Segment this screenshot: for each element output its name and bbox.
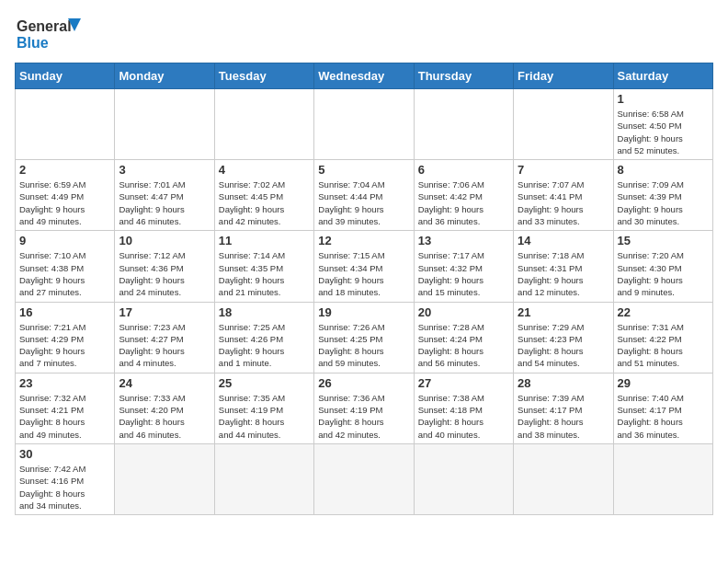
day-number: 26 (318, 376, 409, 390)
calendar-cell (613, 443, 712, 514)
calendar-cell (115, 89, 214, 160)
day-info: Sunrise: 7:20 AM Sunset: 4:30 PM Dayligh… (618, 249, 709, 298)
day-number: 15 (618, 234, 709, 247)
svg-text:Blue: Blue (17, 35, 49, 51)
calendar-week-row: 2Sunrise: 6:59 AM Sunset: 4:49 PM Daylig… (16, 160, 713, 231)
day-info: Sunrise: 7:12 AM Sunset: 4:36 PM Dayligh… (119, 249, 210, 298)
day-info: Sunrise: 7:10 AM Sunset: 4:38 PM Dayligh… (19, 249, 110, 298)
day-info: Sunrise: 7:14 AM Sunset: 4:35 PM Dayligh… (219, 249, 310, 298)
day-info: Sunrise: 7:25 AM Sunset: 4:26 PM Dayligh… (219, 321, 310, 370)
calendar-cell: 17Sunrise: 7:23 AM Sunset: 4:27 PM Dayli… (115, 302, 214, 373)
calendar-cell: 3Sunrise: 7:01 AM Sunset: 4:47 PM Daylig… (115, 160, 214, 231)
day-number: 10 (119, 234, 210, 247)
weekday-header-wednesday: Wednesday (314, 63, 414, 89)
day-info: Sunrise: 7:42 AM Sunset: 4:16 PM Dayligh… (19, 463, 110, 511)
day-info: Sunrise: 7:15 AM Sunset: 4:34 PM Dayligh… (318, 249, 409, 298)
calendar-cell: 27Sunrise: 7:38 AM Sunset: 4:18 PM Dayli… (414, 373, 513, 443)
calendar-week-row: 16Sunrise: 7:21 AM Sunset: 4:29 PM Dayli… (16, 302, 713, 373)
calendar-cell: 21Sunrise: 7:29 AM Sunset: 4:23 PM Dayli… (514, 302, 613, 373)
weekday-header-monday: Monday (115, 63, 214, 89)
svg-text:General: General (17, 18, 72, 34)
day-number: 21 (518, 305, 609, 319)
day-info: Sunrise: 7:01 AM Sunset: 4:47 PM Dayligh… (119, 178, 210, 227)
day-info: Sunrise: 7:35 AM Sunset: 4:19 PM Dayligh… (219, 392, 310, 441)
calendar-cell: 30Sunrise: 7:42 AM Sunset: 4:16 PM Dayli… (16, 443, 115, 514)
calendar-cell (214, 443, 313, 514)
day-number: 5 (318, 163, 409, 177)
calendar-week-row: 1Sunrise: 6:58 AM Sunset: 4:50 PM Daylig… (16, 89, 713, 160)
day-number: 28 (518, 376, 609, 390)
weekday-header-friday: Friday (514, 63, 613, 89)
calendar-cell (16, 89, 115, 160)
day-info: Sunrise: 7:32 AM Sunset: 4:21 PM Dayligh… (19, 392, 110, 441)
calendar-cell: 16Sunrise: 7:21 AM Sunset: 4:29 PM Dayli… (16, 302, 115, 373)
calendar-cell: 18Sunrise: 7:25 AM Sunset: 4:26 PM Dayli… (214, 302, 313, 373)
day-info: Sunrise: 7:18 AM Sunset: 4:31 PM Dayligh… (518, 249, 609, 298)
day-info: Sunrise: 7:04 AM Sunset: 4:44 PM Dayligh… (318, 178, 409, 227)
calendar-cell: 19Sunrise: 7:26 AM Sunset: 4:25 PM Dayli… (314, 302, 414, 373)
calendar-cell: 13Sunrise: 7:17 AM Sunset: 4:32 PM Dayli… (414, 231, 513, 302)
calendar-cell: 1Sunrise: 6:58 AM Sunset: 4:50 PM Daylig… (613, 89, 712, 160)
calendar-cell: 9Sunrise: 7:10 AM Sunset: 4:38 PM Daylig… (16, 231, 115, 302)
day-info: Sunrise: 7:23 AM Sunset: 4:27 PM Dayligh… (119, 321, 210, 370)
calendar-cell: 29Sunrise: 7:40 AM Sunset: 4:17 PM Dayli… (613, 373, 712, 443)
day-info: Sunrise: 6:58 AM Sunset: 4:50 PM Dayligh… (618, 108, 709, 156)
calendar-cell (414, 443, 513, 514)
day-info: Sunrise: 7:31 AM Sunset: 4:22 PM Dayligh… (618, 321, 709, 370)
weekday-header-sunday: Sunday (16, 63, 115, 89)
calendar-cell: 2Sunrise: 6:59 AM Sunset: 4:49 PM Daylig… (16, 160, 115, 231)
calendar-week-row: 30Sunrise: 7:42 AM Sunset: 4:16 PM Dayli… (16, 443, 713, 514)
day-number: 14 (518, 234, 609, 247)
day-number: 18 (219, 305, 310, 319)
calendar-cell (514, 443, 613, 514)
day-number: 3 (119, 163, 210, 177)
calendar-cell (314, 443, 414, 514)
day-number: 20 (418, 305, 509, 319)
calendar-cell: 24Sunrise: 7:33 AM Sunset: 4:20 PM Dayli… (115, 373, 214, 443)
day-number: 22 (618, 305, 709, 319)
calendar-cell (414, 89, 513, 160)
calendar-week-row: 9Sunrise: 7:10 AM Sunset: 4:38 PM Daylig… (16, 231, 713, 302)
day-number: 23 (19, 376, 110, 390)
weekday-header-thursday: Thursday (414, 63, 513, 89)
day-info: Sunrise: 7:09 AM Sunset: 4:39 PM Dayligh… (618, 178, 709, 227)
day-info: Sunrise: 7:28 AM Sunset: 4:24 PM Dayligh… (418, 321, 509, 370)
logo: GeneralBlue (15, 15, 88, 52)
calendar-cell: 6Sunrise: 7:06 AM Sunset: 4:42 PM Daylig… (414, 160, 513, 231)
calendar-cell: 28Sunrise: 7:39 AM Sunset: 4:17 PM Dayli… (514, 373, 613, 443)
day-number: 9 (19, 234, 110, 247)
calendar-cell (514, 89, 613, 160)
day-number: 24 (119, 376, 210, 390)
day-number: 16 (19, 305, 110, 319)
calendar-cell: 4Sunrise: 7:02 AM Sunset: 4:45 PM Daylig… (214, 160, 313, 231)
day-info: Sunrise: 7:36 AM Sunset: 4:19 PM Dayligh… (318, 392, 409, 441)
weekday-header-tuesday: Tuesday (214, 63, 313, 89)
day-number: 25 (219, 376, 310, 390)
calendar-cell: 26Sunrise: 7:36 AM Sunset: 4:19 PM Dayli… (314, 373, 414, 443)
calendar-cell: 7Sunrise: 7:07 AM Sunset: 4:41 PM Daylig… (514, 160, 613, 231)
calendar-cell: 10Sunrise: 7:12 AM Sunset: 4:36 PM Dayli… (115, 231, 214, 302)
logo-icon: GeneralBlue (15, 15, 88, 52)
day-info: Sunrise: 6:59 AM Sunset: 4:49 PM Dayligh… (19, 178, 110, 227)
calendar-cell: 12Sunrise: 7:15 AM Sunset: 4:34 PM Dayli… (314, 231, 414, 302)
calendar-cell: 25Sunrise: 7:35 AM Sunset: 4:19 PM Dayli… (214, 373, 313, 443)
day-number: 11 (219, 234, 310, 247)
day-info: Sunrise: 7:39 AM Sunset: 4:17 PM Dayligh… (518, 392, 609, 441)
day-number: 4 (219, 163, 310, 177)
calendar-cell: 8Sunrise: 7:09 AM Sunset: 4:39 PM Daylig… (613, 160, 712, 231)
day-number: 30 (19, 447, 110, 461)
calendar-week-row: 23Sunrise: 7:32 AM Sunset: 4:21 PM Dayli… (16, 373, 713, 443)
day-info: Sunrise: 7:29 AM Sunset: 4:23 PM Dayligh… (518, 321, 609, 370)
calendar-cell: 20Sunrise: 7:28 AM Sunset: 4:24 PM Dayli… (414, 302, 513, 373)
calendar-cell (314, 89, 414, 160)
calendar-cell: 23Sunrise: 7:32 AM Sunset: 4:21 PM Dayli… (16, 373, 115, 443)
day-number: 12 (318, 234, 409, 247)
day-info: Sunrise: 7:06 AM Sunset: 4:42 PM Dayligh… (418, 178, 509, 227)
day-info: Sunrise: 7:07 AM Sunset: 4:41 PM Dayligh… (518, 178, 609, 227)
weekday-header-saturday: Saturday (613, 63, 712, 89)
calendar-table: SundayMondayTuesdayWednesdayThursdayFrid… (15, 63, 713, 515)
calendar-cell (115, 443, 214, 514)
day-number: 6 (418, 163, 509, 177)
day-info: Sunrise: 7:38 AM Sunset: 4:18 PM Dayligh… (418, 392, 509, 441)
calendar-cell: 15Sunrise: 7:20 AM Sunset: 4:30 PM Dayli… (613, 231, 712, 302)
